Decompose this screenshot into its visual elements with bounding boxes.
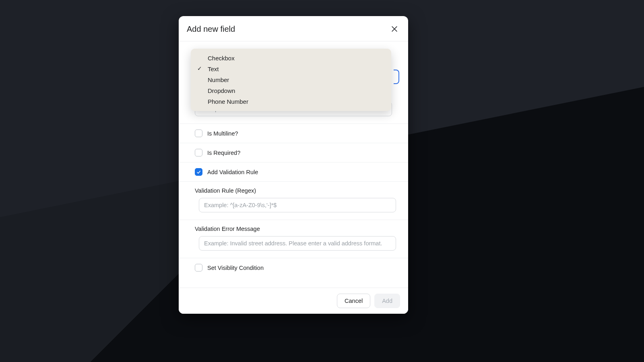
validation-rule-section: Validation Rule (Regex): [179, 182, 408, 220]
dropdown-option-text[interactable]: ✓ Text: [191, 64, 391, 74]
field-type-select[interactable]: [394, 70, 399, 84]
validation-error-section: Validation Error Message: [179, 220, 408, 258]
is-required-label: Is Required?: [207, 150, 240, 156]
validation-rule-label: Validation Rule (Regex): [195, 187, 400, 194]
field-type-dropdown[interactable]: Checkbox ✓ Text Number Dropdown Phone Nu…: [191, 49, 391, 111]
add-button-label: Add: [382, 298, 392, 304]
add-button[interactable]: Add: [374, 294, 400, 308]
is-multiline-row: Is Multiline?: [179, 124, 408, 143]
dropdown-option-label: Text: [208, 66, 219, 72]
modal-header: Add new field: [179, 16, 408, 41]
cancel-button-label: Cancel: [345, 298, 363, 304]
is-multiline-label: Is Multiline?: [207, 130, 238, 137]
modal-title: Add new field: [187, 25, 235, 34]
dropdown-option-checkbox[interactable]: Checkbox: [191, 53, 391, 64]
dropdown-option-label: Phone Number: [208, 98, 248, 105]
checkmark-icon: [196, 169, 201, 175]
modal-footer: Cancel Add: [179, 288, 408, 314]
add-field-modal: Add new field Checkbox ✓ Text Number Dro: [179, 16, 408, 314]
validation-error-input[interactable]: [199, 236, 396, 251]
dropdown-option-dropdown[interactable]: Dropdown: [191, 85, 391, 96]
modal-body: Checkbox ✓ Text Number Dropdown Phone Nu…: [179, 41, 408, 288]
is-multiline-checkbox[interactable]: [195, 130, 202, 137]
set-visibility-checkbox[interactable]: [195, 264, 202, 272]
set-visibility-row: Set Visiblity Condition: [179, 258, 408, 275]
close-icon: [390, 25, 398, 33]
dropdown-option-number[interactable]: Number: [191, 74, 391, 85]
is-required-checkbox[interactable]: [195, 149, 202, 156]
add-validation-checkbox[interactable]: [195, 168, 202, 176]
set-visibility-label: Set Visiblity Condition: [207, 265, 264, 271]
dropdown-option-label: Checkbox: [208, 55, 235, 62]
add-validation-label: Add Validation Rule: [207, 169, 258, 175]
dropdown-option-phone[interactable]: Phone Number: [191, 96, 391, 107]
check-icon: ✓: [197, 65, 202, 73]
validation-error-label: Validation Error Message: [195, 226, 400, 232]
is-required-row: Is Required?: [179, 143, 408, 162]
dropdown-option-label: Dropdown: [208, 87, 235, 94]
validation-rule-input[interactable]: [199, 198, 396, 212]
cancel-button[interactable]: Cancel: [337, 294, 370, 308]
dropdown-option-label: Number: [208, 76, 229, 83]
add-validation-row: Add Validation Rule: [179, 162, 408, 182]
close-button[interactable]: [389, 23, 400, 35]
